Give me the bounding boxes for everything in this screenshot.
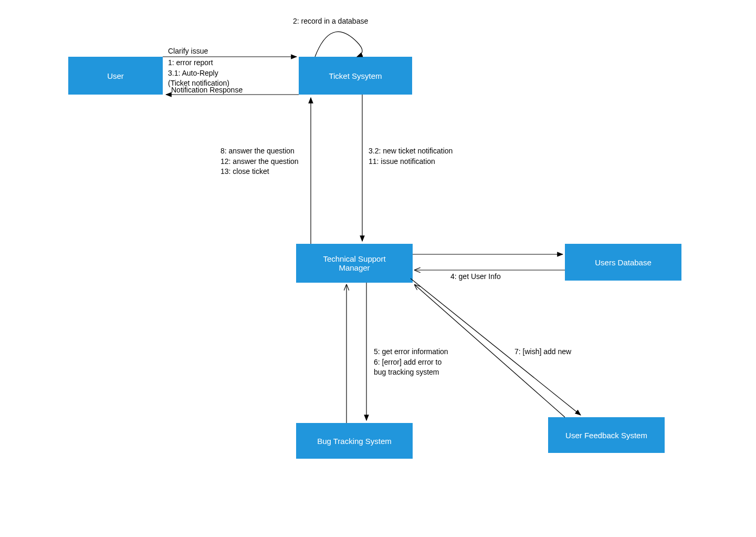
node-tech-support: Technical Support Manager bbox=[296, 244, 413, 283]
label-get-user-info: 4: get User Info bbox=[450, 272, 501, 282]
node-user: User bbox=[68, 57, 163, 95]
node-tech-support-label: Technical Support Manager bbox=[323, 254, 385, 272]
label-clarify-issue: Clarify issue bbox=[168, 46, 208, 57]
label-answer-close: 8: answer the question 12: answer the qu… bbox=[220, 146, 299, 177]
label-error-tracking: 5: get error information 6: [error] add … bbox=[374, 347, 448, 378]
label-notification-response: Notification Response bbox=[171, 85, 243, 96]
node-bug-tracking: Bug Tracking System bbox=[296, 423, 413, 459]
node-user-feedback-label: User Feedback System bbox=[565, 431, 647, 440]
node-users-db-label: Users Database bbox=[595, 258, 652, 267]
label-ticket-notifications: 3.2: new ticket notification 11: issue n… bbox=[369, 146, 453, 167]
node-ticket-system-label: Ticket Sysytem bbox=[329, 71, 382, 80]
node-user-label: User bbox=[107, 71, 124, 80]
node-bug-tracking-label: Bug Tracking System bbox=[317, 437, 392, 446]
node-ticket-system: Ticket Sysytem bbox=[299, 57, 412, 95]
node-users-db: Users Database bbox=[565, 244, 681, 281]
label-record-db: 2: record in a database bbox=[293, 16, 368, 27]
label-error-report-group: 1: error report 3.1: Auto-Reply (Ticket … bbox=[168, 58, 229, 89]
label-wish-add: 7: [wish] add new bbox=[514, 347, 571, 357]
node-user-feedback: User Feedback System bbox=[548, 417, 665, 453]
